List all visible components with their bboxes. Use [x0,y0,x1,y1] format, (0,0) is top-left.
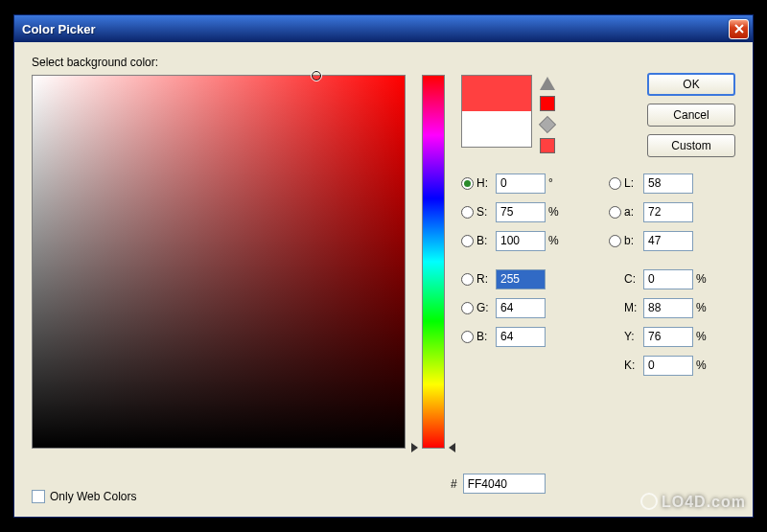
b-input[interactable] [496,231,546,251]
gamut-warning-icon[interactable] [540,77,555,90]
window-title: Color Picker [22,22,729,36]
hex-label: # [451,477,457,491]
hex-input[interactable] [463,474,546,494]
color-picker-dialog: Color Picker Select background color: [13,14,754,518]
c-input[interactable] [643,269,693,289]
gamut-color-swatch[interactable] [540,96,555,111]
a-input[interactable] [643,202,693,222]
c-unit: % [693,272,710,286]
k-input[interactable] [643,356,693,376]
r-label: R: [476,272,496,286]
custom-button[interactable]: Custom [647,134,735,157]
close-icon [734,24,744,34]
hue-indicator-left-icon [411,443,418,452]
watermark: LO4D.com [640,493,746,511]
r-radio[interactable] [461,273,474,286]
s-radio[interactable] [461,206,474,219]
s-unit: % [546,205,563,219]
only-web-colors-checkbox[interactable] [32,490,45,503]
g-radio[interactable] [461,302,474,314]
color-swatch [461,75,532,148]
h-input[interactable] [496,173,546,194]
titlebar: Color Picker [14,15,753,42]
m-label: M: [624,301,643,314]
l-radio[interactable] [609,177,621,190]
hue-radio[interactable] [461,177,474,190]
prompt-label: Select background color: [32,56,735,69]
lab-b-input[interactable] [643,231,693,251]
a-radio[interactable] [609,206,621,219]
r-input[interactable] [496,269,546,289]
hue-slider[interactable] [422,75,445,449]
rgb-b-radio[interactable] [461,331,474,343]
s-input[interactable] [496,202,546,222]
h-label: H: [476,176,496,190]
previous-color-swatch[interactable] [462,111,531,147]
new-color-swatch[interactable] [462,76,531,111]
k-unit: % [693,359,710,372]
s-label: S: [476,205,496,219]
web-safe-warning-icon[interactable] [539,116,556,133]
close-button[interactable] [729,19,749,39]
saturation-brightness-field[interactable] [32,75,406,449]
lab-b-radio[interactable] [609,235,621,247]
y-label: Y: [624,330,643,343]
b-unit: % [546,234,563,247]
rgb-b-label: B: [476,330,496,343]
ok-button[interactable]: OK [647,73,735,96]
c-label: C: [624,272,643,286]
l-label: L: [624,176,643,190]
sb-marker[interactable] [311,70,322,81]
h-unit: ° [546,176,563,190]
y-input[interactable] [643,327,693,347]
only-web-colors-label: Only Web Colors [50,490,136,503]
hue-indicator-right-icon [449,443,455,452]
web-safe-color-swatch[interactable] [540,138,555,153]
a-label: a: [624,205,643,219]
l-input[interactable] [643,173,693,194]
g-label: G: [476,301,496,314]
k-label: K: [624,359,643,372]
cancel-button[interactable]: Cancel [647,104,735,127]
brightness-radio[interactable] [461,235,474,247]
rgb-b-input[interactable] [496,327,546,347]
m-unit: % [693,301,710,314]
m-input[interactable] [643,298,693,318]
y-unit: % [693,330,710,343]
b-label: B: [476,234,496,247]
globe-icon [640,493,658,510]
lab-b-label: b: [624,234,643,247]
g-input[interactable] [496,298,546,318]
